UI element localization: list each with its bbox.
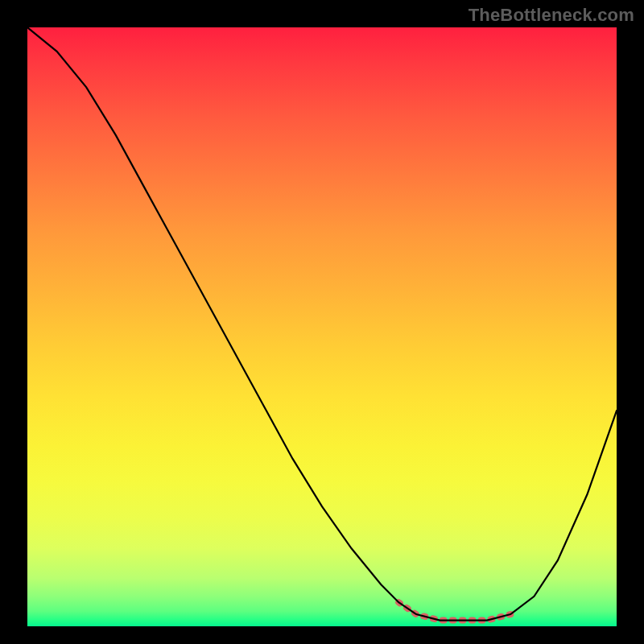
bottleneck-curve — [27, 27, 617, 621]
highlight-segment — [398, 602, 510, 620]
chart-frame: TheBottleneck.com — [0, 0, 644, 644]
curve-svg — [27, 27, 617, 626]
plot-area — [27, 27, 617, 626]
watermark-text: TheBottleneck.com — [469, 5, 634, 26]
